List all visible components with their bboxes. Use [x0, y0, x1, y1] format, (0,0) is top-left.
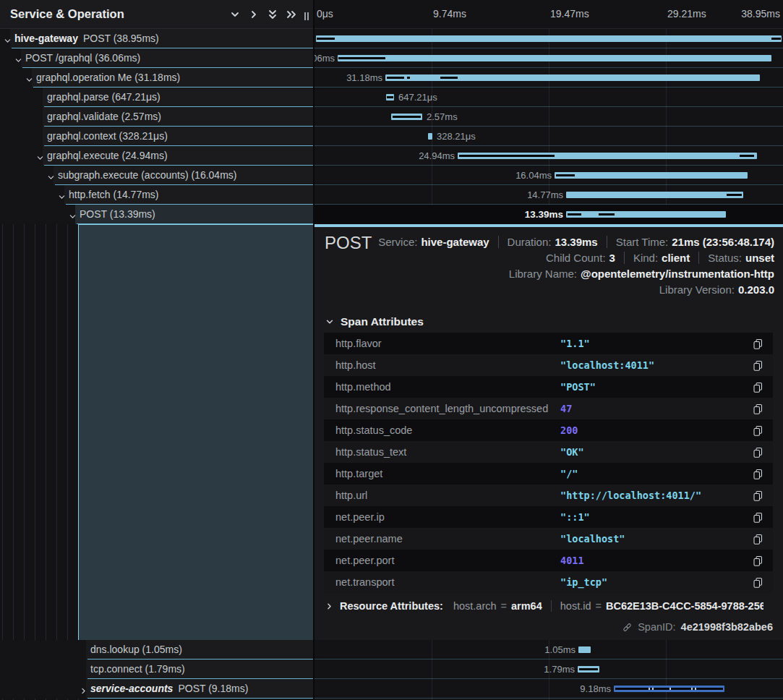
span-row-service-accounts-post[interactable]: service-accountsPOST (9.18ms) [0, 679, 314, 699]
span-bar-row[interactable]: 2.57ms [315, 107, 783, 127]
attribute-row[interactable]: http.flavor"1.1" [324, 333, 773, 354]
overview-value: hive-gateway [421, 236, 489, 248]
attribute-key: net.peer.ip [324, 511, 560, 523]
span-bar-row[interactable] [315, 29, 783, 48]
span-bar[interactable] [555, 172, 748, 179]
attribute-value: 4011 [560, 555, 750, 566]
copy-icon[interactable] [750, 532, 764, 546]
expand-one-icon[interactable] [244, 5, 263, 24]
span-bar-row[interactable]: 24.94ms [315, 146, 783, 166]
copy-icon[interactable] [750, 488, 764, 503]
duration-label: 14.77ms [527, 185, 563, 205]
span-bar[interactable] [566, 211, 726, 218]
span-label: POST (38.95ms) [83, 33, 159, 44]
attribute-row[interactable]: net.peer.name"localhost" [324, 528, 773, 550]
copy-icon[interactable] [750, 401, 764, 416]
attribute-row[interactable]: net.peer.port4011 [324, 550, 773, 571]
span-row-subgraph-execute[interactable]: subgraph.execute (accounts) (16.04ms) [0, 166, 314, 185]
resource-attributes-title: Resource Attributes: [340, 600, 443, 612]
attribute-row[interactable]: http.url"http://localhost:4011/" [324, 485, 773, 506]
span-row-tcp-connect[interactable]: tcp.connect (1.79ms) [0, 660, 314, 679]
overview-label: Start Time: [616, 236, 669, 248]
attribute-value: "OK" [560, 446, 750, 458]
span-row-dns-lookup[interactable]: dns.lookup (1.05ms) [0, 640, 314, 660]
span-bar-row[interactable]: 36.06ms [315, 48, 783, 68]
copy-icon[interactable] [750, 510, 764, 524]
span-detail-title: POST [325, 233, 372, 253]
chevron-down-icon[interactable] [47, 171, 55, 179]
attribute-row[interactable]: http.target"/" [324, 463, 773, 485]
span-bar-row[interactable]: 31.18ms [315, 68, 783, 88]
attribute-row[interactable]: http.method"POST" [324, 376, 773, 398]
attribute-value: "1.1" [560, 338, 750, 349]
timeline-header: 0μs 9.74ms 19.47ms 29.21ms 38.95ms [315, 0, 783, 29]
span-row-graphql-execute[interactable]: graphql.execute (24.94ms) [0, 146, 314, 166]
span-row-graphql-context[interactable]: graphql.context (328.21μs) [0, 127, 314, 146]
copy-icon[interactable] [750, 553, 764, 568]
span-row-post-selected[interactable]: POST (13.39ms) [0, 205, 314, 224]
overview-value: unset [745, 252, 774, 264]
span-row-graphql-operation[interactable]: graphql.operation Me (31.18ms) [0, 68, 314, 88]
resource-key: host.arch [453, 600, 497, 612]
copy-icon[interactable] [750, 336, 764, 351]
attribute-row[interactable]: http.status_text"OK" [324, 441, 773, 463]
chevron-down-icon[interactable] [36, 152, 44, 160]
copy-icon[interactable] [750, 423, 764, 438]
equals-sign: = [501, 600, 507, 612]
chevron-down-icon[interactable] [58, 191, 66, 199]
span-row-graphql-validate[interactable]: graphql.validate (2.57ms) [0, 107, 314, 127]
span-bar-row[interactable]: 14.77ms [315, 185, 783, 205]
chevron-down-icon[interactable] [25, 74, 33, 82]
overview-label: Service: [378, 236, 417, 248]
span-bar[interactable] [338, 55, 771, 61]
span-bar[interactable] [578, 646, 591, 653]
span-id-label: SpanID: [638, 621, 675, 633]
span-bar-row[interactable]: 9.18ms [315, 679, 783, 699]
overview-label: Status: [708, 252, 742, 264]
attribute-row[interactable]: net.transport"ip_tcp" [324, 571, 773, 593]
resource-attributes-toggle[interactable]: Resource Attributes: host.arch = arm64 h… [325, 600, 763, 612]
span-bar-row-selected[interactable]: 13.39ms [315, 205, 783, 224]
span-row-graphql-parse[interactable]: graphql.parse (647.21μs) [0, 88, 314, 107]
duration-label: 647.21μs [398, 88, 437, 107]
span-bar[interactable] [316, 35, 782, 42]
span-detail-panel: POST Service:hive-gateway Duration:13.39… [315, 224, 783, 640]
tree-header-title: Service & Operation [10, 7, 226, 21]
collapse-all-icon[interactable] [263, 5, 282, 24]
span-attributes-toggle[interactable]: Span Attributes [325, 315, 424, 328]
span-bar-row[interactable]: 1.79ms [315, 660, 783, 679]
copy-icon[interactable] [750, 466, 764, 481]
attribute-key: net.transport [324, 576, 560, 588]
copy-icon[interactable] [750, 358, 764, 372]
chevron-down-icon[interactable] [14, 54, 22, 62]
chevron-down-icon[interactable] [69, 210, 77, 218]
span-row-post-graphql[interactable]: POST /graphql (36.06ms) [0, 48, 314, 68]
span-bar-row[interactable]: 328.21μs [315, 127, 783, 146]
copy-icon[interactable] [750, 445, 764, 459]
copy-icon[interactable] [750, 380, 764, 394]
copy-icon[interactable] [750, 575, 764, 589]
link-icon[interactable] [622, 622, 633, 633]
span-bar[interactable] [428, 133, 432, 140]
overview-label: Kind: [633, 252, 658, 264]
chevron-right-icon[interactable] [80, 685, 87, 693]
expand-all-icon[interactable] [282, 5, 301, 24]
span-bar-row[interactable]: 647.21μs [315, 88, 783, 107]
attribute-row[interactable]: http.host"localhost:4011" [324, 354, 773, 376]
attribute-row[interactable]: net.peer.ip"::1" [324, 506, 773, 528]
span-row-http-fetch[interactable]: http.fetch (14.77ms) [0, 185, 314, 205]
span-bar-row[interactable]: 16.04ms [315, 166, 783, 185]
chevron-down-icon[interactable] [4, 35, 12, 43]
span-bar[interactable] [566, 192, 743, 198]
span-bar-row[interactable]: 1.05ms [315, 640, 783, 660]
span-label: graphql.execute (24.94ms) [47, 146, 311, 165]
column-resize-handle[interactable] [302, 12, 311, 24]
attribute-row[interactable]: http.status_code200 [324, 419, 773, 441]
equals-sign: = [595, 600, 601, 612]
attribute-value: "ip_tcp" [560, 576, 750, 588]
attribute-key: http.status_text [324, 446, 560, 458]
attribute-row[interactable]: http.response_content_length_uncompresse… [324, 398, 773, 419]
span-row-hive-gateway-post[interactable]: hive-gatewayPOST (38.95ms) [0, 29, 314, 48]
timeline-tick: 38.95ms [741, 0, 780, 28]
collapse-one-icon[interactable] [226, 5, 244, 24]
